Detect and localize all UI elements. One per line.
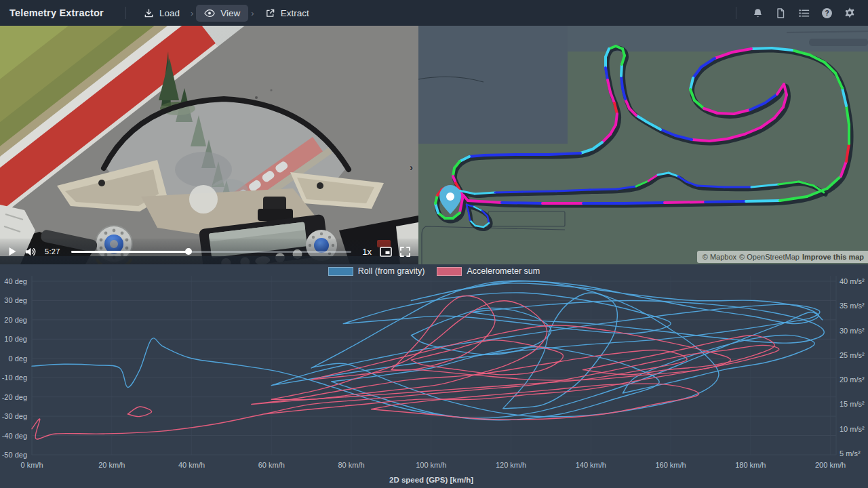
map-road-segment [809, 39, 868, 46]
progress-thumb[interactable] [185, 248, 192, 255]
left-axis-tick: 40 deg [4, 277, 27, 285]
svg-text:?: ? [825, 9, 829, 17]
x-axis-title: 2D speed (GPS) [km/h] [389, 476, 473, 484]
volume-button[interactable] [25, 247, 37, 257]
view-button[interactable]: View [196, 5, 248, 22]
fullscreen-button[interactable] [400, 247, 410, 257]
chart-axis-labels: 40 deg30 deg20 deg10 deg0 deg-10 deg-20 … [2, 277, 865, 469]
x-axis-tick: 120 km/h [496, 461, 526, 469]
x-axis-tick: 60 km/h [258, 461, 285, 469]
header-icon-group: ? [746, 3, 868, 22]
chart-legend: Roll (from gravity) Accelerometer sum [0, 266, 868, 276]
progress-played [71, 251, 189, 253]
list-icon[interactable] [794, 3, 813, 22]
download-icon [144, 8, 154, 18]
right-axis-tick: 35 m/s² [840, 302, 865, 310]
external-link-icon [265, 8, 275, 18]
panels-row: 5:27 1x › [0, 26, 868, 264]
legend-label-accel: Accelerometer sum [467, 266, 540, 276]
left-axis-tick: -20 deg [2, 393, 27, 401]
map-view[interactable]: © Mapbox © OpenStreetMap Improve this ma… [418, 26, 868, 264]
document-icon[interactable] [771, 3, 790, 22]
header-divider [736, 7, 736, 19]
x-axis-tick: 100 km/h [416, 461, 446, 469]
panel-splitter-chevron[interactable]: › [410, 161, 413, 173]
left-axis-tick: 10 deg [4, 335, 27, 343]
x-axis-tick: 160 km/h [655, 461, 686, 469]
left-axis-tick: -50 deg [2, 451, 27, 459]
x-axis-tick: 140 km/h [576, 461, 606, 469]
left-axis-tick: -40 deg [2, 432, 27, 440]
x-axis-tick: 200 km/h [815, 461, 846, 469]
x-axis-tick: 180 km/h [735, 461, 766, 469]
x-axis-tick: 80 km/h [338, 461, 364, 469]
map-canvas[interactable] [418, 26, 868, 264]
right-axis-tick: 20 m/s² [840, 375, 865, 384]
left-axis-tick: -30 deg [2, 412, 27, 420]
left-axis-tick: 20 deg [4, 316, 27, 324]
app-title: Telemetry Extractor [0, 7, 116, 18]
mapbox-link[interactable]: © Mapbox [703, 253, 736, 261]
map-dark-area-left [418, 26, 568, 144]
video-controls: 5:27 1x [0, 239, 418, 264]
bell-icon[interactable] [748, 3, 767, 22]
legend-item-roll[interactable]: Roll (from gravity) [328, 266, 425, 276]
breadcrumb-separator: › [251, 8, 254, 18]
left-axis-tick: 30 deg [4, 296, 27, 304]
app-window: Telemetry Extractor Load › View › Extrac… [0, 0, 868, 488]
chart-canvas[interactable]: 40 deg30 deg20 deg10 deg0 deg-10 deg-20 … [0, 264, 868, 488]
video-progress-bar[interactable] [71, 247, 352, 256]
eye-icon [204, 8, 215, 18]
osm-link[interactable]: © OpenStreetMap [739, 253, 800, 261]
x-axis-tick: 40 km/h [178, 461, 205, 469]
right-axis-tick: 40 m/s² [840, 277, 865, 285]
header-divider [125, 7, 126, 19]
gear-icon[interactable] [840, 3, 859, 22]
breadcrumb-separator: › [191, 8, 193, 18]
series-accel [32, 296, 779, 439]
legend-swatch-accel [437, 267, 462, 276]
extract-button[interactable]: Extract [257, 5, 317, 22]
view-label: View [220, 8, 240, 18]
playback-rate-button[interactable]: 1x [362, 247, 372, 257]
right-axis-tick: 15 m/s² [840, 400, 865, 408]
x-axis-tick: 0 km/h [20, 461, 43, 469]
video-frame-motorcycle-pov [0, 26, 418, 264]
right-axis-tick: 5 m/s² [840, 449, 861, 458]
legend-swatch-roll [328, 267, 353, 276]
right-axis-tick: 30 m/s² [840, 327, 865, 335]
legend-label-roll: Roll (from gravity) [358, 266, 425, 276]
right-axis-tick: 25 m/s² [840, 351, 865, 359]
pip-button[interactable] [380, 247, 392, 257]
video-player[interactable]: 5:27 1x [0, 26, 418, 264]
right-axis-tick: 10 m/s² [840, 425, 865, 433]
x-axis-tick: 20 km/h [98, 461, 125, 469]
telemetry-chart[interactable]: Roll (from gravity) Accelerometer sum 40… [0, 264, 868, 488]
header-bar: Telemetry Extractor Load › View › Extrac… [0, 0, 868, 26]
help-icon[interactable]: ? [817, 3, 836, 22]
left-axis-tick: -10 deg [2, 373, 27, 382]
play-button[interactable] [8, 247, 17, 256]
improve-map-link[interactable]: Improve this map [802, 253, 864, 261]
legend-item-accel[interactable]: Accelerometer sum [437, 266, 540, 276]
lens-speck [255, 96, 258, 99]
video-timestamp: 5:27 [45, 247, 60, 256]
extract-label: Extract [281, 8, 309, 18]
load-label: Load [159, 8, 180, 18]
load-button[interactable]: Load [136, 5, 188, 22]
map-attribution: © Mapbox © OpenStreetMap Improve this ma… [697, 251, 868, 263]
left-axis-tick: 0 deg [8, 354, 27, 363]
